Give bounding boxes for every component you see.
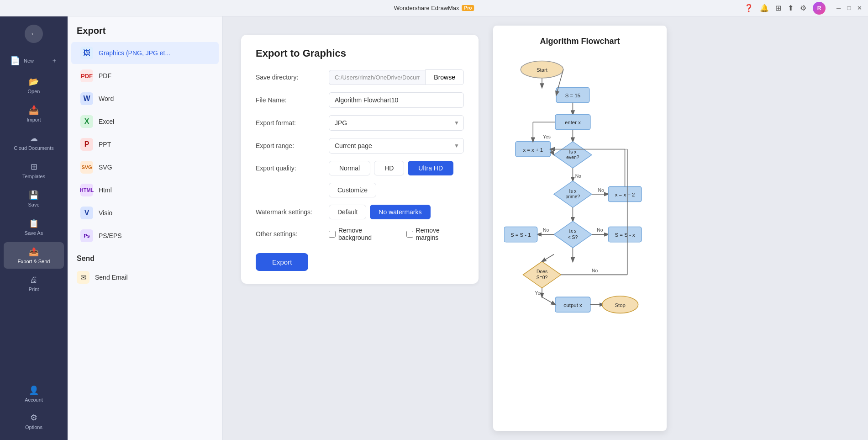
watermark-none-button[interactable]: No watermarks: [370, 205, 430, 219]
preview-area: Algorithm Flowchart Start S = 15: [488, 16, 868, 440]
settings-icon[interactable]: ⚙: [800, 4, 806, 12]
account-icon: 👤: [29, 385, 39, 395]
export-item-pseps[interactable]: Ps PS/EPS: [71, 225, 219, 247]
graphics-icon: 🖼: [80, 47, 93, 59]
email-icon: ✉: [77, 271, 89, 284]
export-quality-control: Normal HD Ultra HD Customize: [329, 161, 464, 197]
remove-margins-checkbox[interactable]: [406, 231, 413, 238]
export-item-excel[interactable]: X Excel: [71, 111, 219, 133]
excel-icon: X: [80, 115, 93, 128]
customize-button[interactable]: Customize: [329, 183, 376, 197]
browse-button[interactable]: Browse: [425, 69, 464, 85]
send-email-item[interactable]: ✉ Send Email: [68, 266, 222, 288]
sidebar-item-account-label: Account: [25, 397, 43, 403]
export-item-visio[interactable]: V Visio: [71, 202, 219, 224]
sidebar-item-print[interactable]: 🖨 Print: [4, 270, 64, 297]
remove-margins-checkbox-label[interactable]: Remove margins: [406, 227, 464, 241]
sidebar-item-export[interactable]: 📤 Export & Send: [4, 242, 64, 269]
preview-card: Algorithm Flowchart Start S = 15: [493, 26, 667, 431]
svg-text:Is x: Is x: [569, 229, 577, 234]
export-format-select[interactable]: JPG PNG BMP TIFF SVG: [329, 115, 464, 131]
export-range-label: Export range:: [256, 142, 329, 149]
svg-text:No: No: [598, 188, 604, 193]
send-section-title: Send: [68, 247, 222, 266]
export-format-panel: Export 🖼 Graphics (PNG, JPG et... PDF PD…: [68, 16, 223, 440]
export-quality-label: Export quality:: [256, 161, 329, 172]
export-item-pdf[interactable]: PDF PDF: [71, 65, 219, 87]
svg-text:No: No: [575, 174, 581, 179]
svg-line-18: [551, 149, 554, 154]
other-settings-label: Other settings:: [256, 230, 329, 238]
sidebar-item-export-label: Export & Send: [18, 259, 50, 264]
pdf-label: PDF: [99, 72, 111, 80]
cloud-icon: ☁: [30, 133, 38, 143]
sidebar-item-open[interactable]: 📂 Open: [4, 72, 64, 99]
svg-text:< S?: < S?: [568, 235, 578, 240]
visio-icon: V: [80, 207, 93, 219]
svg-text:Is x: Is x: [569, 149, 577, 154]
quality-ultrahd-button[interactable]: Ultra HD: [408, 161, 453, 175]
export-range-control: Current page All pages Selected items ▼: [329, 138, 464, 154]
quality-normal-button[interactable]: Normal: [329, 161, 370, 175]
sidebar-item-account[interactable]: 👤 Account: [4, 381, 64, 407]
quality-hd-button[interactable]: HD: [374, 161, 404, 175]
remove-background-checkbox[interactable]: [329, 231, 336, 238]
svg-text:No: No: [597, 228, 603, 233]
avatar[interactable]: R: [813, 2, 826, 15]
templates-icon: ⊞: [31, 162, 37, 172]
watermark-row: Watermark settings: Default No watermark…: [256, 205, 464, 219]
back-button[interactable]: ←: [25, 25, 43, 43]
watermark-default-button[interactable]: Default: [329, 205, 366, 219]
export-range-row: Export range: Current page All pages Sel…: [256, 138, 464, 154]
new-icon: 📄: [10, 56, 20, 66]
minimize-button[interactable]: ─: [836, 5, 842, 11]
sidebar-item-cloud[interactable]: ☁ Cloud Documents: [4, 129, 64, 155]
save-icon: 💾: [29, 190, 39, 200]
other-settings-control: Remove background Remove margins: [329, 227, 464, 241]
share-icon[interactable]: ⬆: [788, 4, 794, 12]
checkbox-row: Remove background Remove margins: [329, 227, 464, 241]
visio-label: Visio: [99, 209, 112, 217]
export-item-html[interactable]: HTML Html: [71, 179, 219, 201]
sidebar-item-open-label: Open: [28, 89, 40, 94]
pdf-icon: PDF: [80, 69, 93, 82]
sidebar-item-cloud-label: Cloud Documents: [14, 145, 53, 151]
maximize-button[interactable]: □: [846, 5, 852, 11]
sidebar-item-import[interactable]: 📥 Import: [4, 101, 64, 127]
file-name-input[interactable]: [329, 92, 464, 108]
svg-text:Is x: Is x: [569, 189, 577, 194]
svg-line-55: [542, 297, 555, 305]
export-form: Export to Graphics Save directory: Brows…: [241, 35, 479, 284]
sidebar-item-save[interactable]: 💾 Save: [4, 186, 64, 212]
export-button[interactable]: Export: [256, 253, 308, 271]
pseps-icon: Ps: [80, 229, 93, 242]
export-format-row: Export format: JPG PNG BMP TIFF SVG ▼: [256, 115, 464, 131]
import-icon: 📥: [29, 105, 39, 115]
sidebar-item-save-as[interactable]: 📋 Save As: [4, 214, 64, 240]
svg-text:S=0?: S=0?: [537, 275, 548, 280]
export-item-svg[interactable]: SVG SVG: [71, 156, 219, 178]
sidebar-item-new[interactable]: 📄 New ＋: [4, 51, 64, 70]
save-directory-control: Browse: [329, 69, 464, 85]
svg-label: SVG: [99, 164, 112, 171]
sidebar-item-options[interactable]: ⚙ Options: [4, 408, 64, 435]
svg-line-46: [542, 254, 554, 262]
apps-icon[interactable]: ⊞: [775, 4, 781, 12]
sidebar-item-templates[interactable]: ⊞ Templates: [4, 157, 64, 184]
svg-icon: SVG: [80, 161, 93, 174]
remove-margins-label: Remove margins: [416, 227, 464, 241]
help-icon[interactable]: ❓: [744, 4, 753, 12]
form-and-preview: Export to Graphics Save directory: Brows…: [223, 16, 868, 440]
export-item-graphics[interactable]: 🖼 Graphics (PNG, JPG et...: [71, 42, 219, 64]
export-icon: 📤: [29, 247, 39, 257]
remove-background-checkbox-label[interactable]: Remove background: [329, 227, 397, 241]
svg-text:No: No: [543, 228, 549, 233]
export-item-word[interactable]: W Word: [71, 88, 219, 110]
save-directory-input[interactable]: [329, 70, 425, 85]
export-item-ppt[interactable]: P PPT: [71, 133, 219, 155]
export-range-select[interactable]: Current page All pages Selected items: [329, 138, 464, 154]
remove-background-label: Remove background: [338, 227, 397, 241]
close-button[interactable]: ✕: [857, 5, 863, 11]
file-name-control: [329, 92, 464, 108]
notification-icon[interactable]: 🔔: [760, 4, 769, 12]
